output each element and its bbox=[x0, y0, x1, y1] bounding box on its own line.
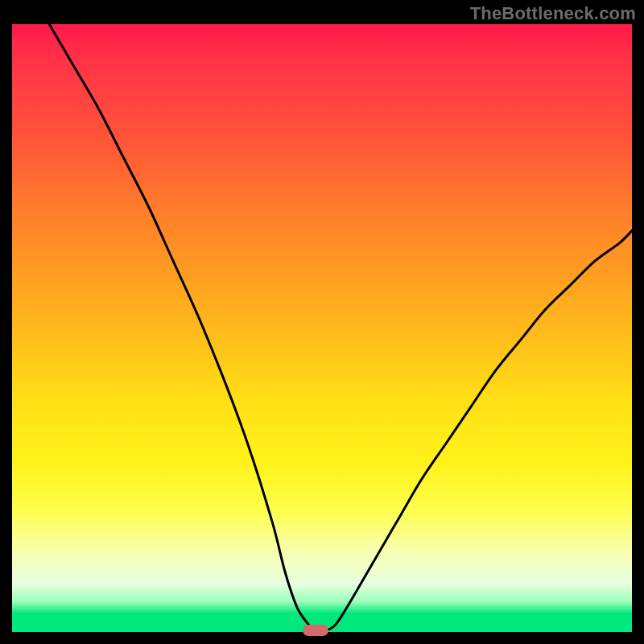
watermark-text: TheBottleneck.com bbox=[470, 3, 636, 24]
bottleneck-curve bbox=[49, 24, 632, 632]
chart-frame: TheBottleneck.com bbox=[0, 0, 644, 644]
chart-curve-layer bbox=[12, 24, 632, 632]
optimal-point-marker bbox=[303, 625, 328, 636]
